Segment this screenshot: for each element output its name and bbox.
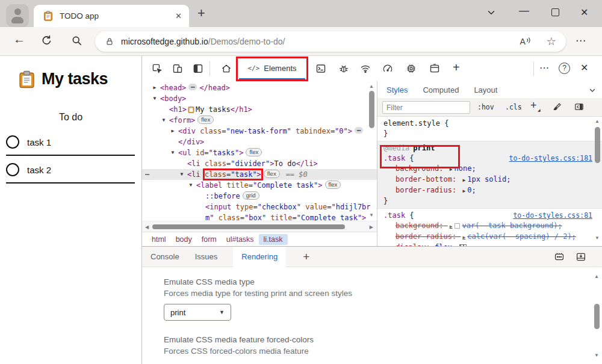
dom-node-li-divider[interactable]: <li class="divider">To do</li> [142,158,377,169]
scroll-up-icon[interactable]: ▲ [594,274,599,279]
home-icon[interactable] [221,63,232,74]
feedback-icon[interactable] [554,251,565,262]
window-close-button[interactable]: ✕ [580,7,588,18]
element-state-panel-icon[interactable] [574,102,585,112]
devtools-customize-icon[interactable]: ⋯ [539,62,549,73]
url-input[interactable]: microsoftedge.github.io/Demos/demo-to-do… [95,31,566,52]
window-minimize-button[interactable]: — [519,5,529,17]
media-type-select[interactable]: print ▼ [164,304,231,321]
rule-task-81[interactable]: to-do-styles.css:81.task { background: ▶… [377,209,602,246]
breadcrumb-li-task[interactable]: li.task [259,234,288,245]
chevron-down-icon[interactable] [589,87,596,94]
scrollbar-thumb[interactable] [152,224,345,229]
read-aloud-icon[interactable]: A [520,37,532,46]
tab-console[interactable]: Console [150,252,179,261]
memory-chip-icon[interactable] [406,63,417,74]
expand-drawer-icon[interactable] [576,251,586,262]
css-property[interactable]: background: ▶none; [383,164,602,174]
breadcrumb-body[interactable]: body [171,234,197,245]
toggle-class-button[interactable]: .cls [505,103,522,111]
refresh-button[interactable] [41,35,52,46]
scroll-down-icon[interactable]: ▼ [595,235,600,241]
dom-horizontal-scrollbar[interactable]: ◀ ▶ [142,221,377,232]
back-button[interactable]: ← [13,32,25,46]
tab-issues[interactable]: Issues [195,252,218,261]
dom-node-new-task-form[interactable]: ▶<div class="new-task-form" tabindex="0"… [142,126,377,137]
tab-elements[interactable]: </> Elements [239,58,305,80]
expand-value-icon[interactable]: ▶ [450,224,453,229]
favorite-star-icon[interactable]: ☆ [547,35,556,48]
expand-value-icon[interactable]: ▶ [462,188,465,194]
element-style-open[interactable]: element.style { [383,119,448,128]
dom-node-ul-tasks[interactable]: ▼<ul id="tasks">flex [142,147,377,158]
css-property-overridden[interactable]: background: ▶var(--task-background); [383,221,602,232]
rule-media-print-task[interactable]: @mediaprint to-do-styles.css:181.task { … [377,141,602,209]
scroll-down-icon[interactable]: ▼ [369,212,374,218]
tab-computed[interactable]: Computed [423,85,459,94]
tab-layout[interactable]: Layout [474,85,497,94]
browser-tab-todo-app[interactable]: TODO app ✕ [34,5,189,27]
dom-vertical-scrollbar[interactable]: ▲ ▼ [368,81,376,221]
rendering-emulations-brush-icon[interactable] [552,102,562,112]
rule-selector[interactable]: .task [383,211,405,220]
browser-settings-menu-icon[interactable]: ⋯ [576,34,586,47]
twisty-expanded-icon[interactable]: ▼ [178,169,185,180]
more-tools-plus-icon[interactable]: + [303,250,309,264]
activity-bar-toggle-icon[interactable] [193,63,203,74]
task-row[interactable]: task 1 [6,129,135,156]
network-wifi-icon[interactable] [360,63,371,74]
twisty-expanded-icon[interactable]: ▼ [160,115,167,126]
breadcrumb-ul-tasks[interactable]: ul#tasks [222,234,259,245]
dom-node-h1[interactable]: <h1>My tasks</h1> [142,104,377,115]
stylesheet-link[interactable]: to-do-styles.css:81 [513,211,592,221]
scroll-left-icon[interactable]: ◀ [145,224,149,230]
device-emulation-icon[interactable] [172,63,183,74]
flex-badge[interactable]: flex [264,170,280,178]
flex-badge[interactable]: flex [246,148,262,156]
inspect-element-icon[interactable] [152,63,163,74]
devtools-close-icon[interactable]: ✕ [580,62,588,73]
scroll-down-icon[interactable]: ▼ [594,353,599,358]
node-more-actions-icon[interactable]: ⋯ [145,169,149,180]
twisty-expanded-icon[interactable]: ▼ [169,147,176,158]
tab-rendering[interactable]: Rendering [233,247,286,267]
flex-badge[interactable]: flex [197,116,214,124]
new-style-rule-dropdown-icon[interactable]: ◢ [538,108,541,112]
rule-element-style[interactable]: element.style { } [377,117,602,141]
expand-value-icon[interactable]: ▶ [462,235,465,240]
dom-node-input-checkbox[interactable]: <input type="checkbox" value="hdijl7br [142,202,377,212]
task-checkbox[interactable] [6,163,19,176]
dom-node-body[interactable]: ▼<body> [142,93,377,104]
dom-node-li-task-selected[interactable]: ⋯▼<li class="task">flex== $0 [142,169,377,180]
performance-gauge-icon[interactable] [382,63,393,74]
window-maximize-button[interactable] [551,8,559,16]
tab-close-icon[interactable]: ✕ [175,11,182,20]
task-label[interactable]: task 2 [27,165,51,175]
new-tab-button[interactable]: + [197,5,205,21]
debugger-bug-icon[interactable] [338,63,349,74]
scrollbar-thumb[interactable] [595,127,600,163]
dom-node-label[interactable]: ▼<label title="Complete task">flex [142,180,377,191]
grid-badge[interactable]: grid [243,191,259,200]
flex-badge[interactable]: flex [325,180,341,189]
css-property[interactable]: border-bottom: ▶1px solid; [383,174,602,185]
tab-styles[interactable]: Styles [386,85,408,94]
devtools-help-icon[interactable]: ? [559,63,570,74]
breadcrumb-form[interactable]: form [197,234,222,245]
dom-node-before-pseudo[interactable]: ::beforegrid [142,191,377,202]
css-property[interactable]: border-radius: ▶0; [383,185,602,196]
dom-node-form[interactable]: ▼<form>flex [142,115,377,126]
twisty-collapsed-icon[interactable]: ▶ [169,126,176,137]
more-tabs-plus-icon[interactable]: + [453,61,460,75]
styles-filter-input[interactable] [382,101,470,114]
css-property-overridden[interactable]: border-radius: ▶calc(var(--spacing) / 2)… [383,232,602,242]
twisty-collapsed-icon[interactable]: ▶ [151,82,158,93]
console-panel-icon[interactable] [315,63,326,74]
breadcrumb-html[interactable]: html [147,234,171,245]
stylesheet-link[interactable]: to-do-styles.css:181 [509,153,592,164]
twisty-expanded-icon[interactable]: ▼ [187,180,194,191]
scroll-up-icon[interactable]: ▲ [369,84,374,89]
color-swatch[interactable] [455,223,460,229]
application-panel-icon[interactable] [429,63,440,74]
task-checkbox[interactable] [6,135,19,149]
